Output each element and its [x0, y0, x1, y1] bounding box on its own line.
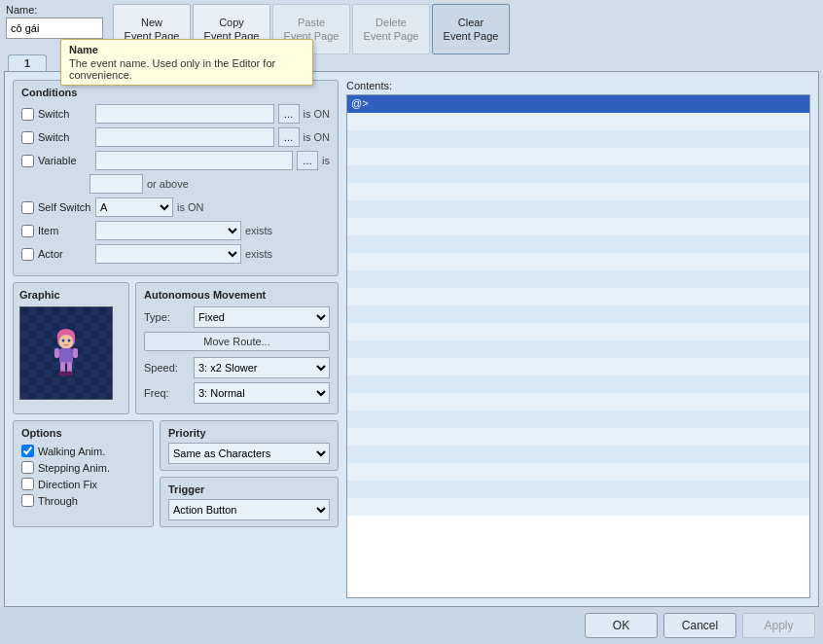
conditions-box: Conditions Switch … is ON Switch … is ON: [13, 80, 339, 276]
type-select[interactable]: Fixed Random Approach Custom: [194, 306, 330, 328]
contents-item-14[interactable]: [347, 340, 809, 358]
ok-button[interactable]: OK: [585, 613, 658, 638]
trigger-select[interactable]: Action Button Player Touch Event Touch A…: [168, 499, 330, 520]
variable-row: Variable … is: [21, 151, 330, 170]
bottom-row: Graphic: [13, 282, 339, 414]
switch1-row: Switch … is ON: [21, 104, 330, 124]
actor-select[interactable]: [95, 244, 241, 264]
self-switch-suffix: is ON: [177, 201, 204, 213]
switch1-input[interactable]: [95, 104, 274, 124]
right-panel: Contents: @>: [346, 80, 810, 598]
contents-item-5[interactable]: [347, 183, 809, 200]
contents-item-2[interactable]: [347, 130, 809, 148]
options-title: Options: [21, 427, 145, 439]
variable-input[interactable]: [95, 151, 293, 170]
stepping-anim-checkbox[interactable]: [21, 461, 34, 474]
walking-anim-checkbox[interactable]: [21, 445, 34, 457]
speed-select[interactable]: 1: x8 Slower 2: x4 Slower 3: x2 Slower 4…: [194, 357, 330, 378]
contents-item-21[interactable]: [347, 463, 809, 481]
direction-fix-checkbox[interactable]: [21, 478, 34, 490]
contents-item-6[interactable]: [347, 200, 809, 218]
tooltip-text: The event name. Used only in the Editor …: [69, 57, 304, 81]
stepping-anim-label: Stepping Anim.: [38, 462, 110, 474]
actor-suffix: exists: [245, 248, 272, 260]
priority-trigger-col: Priority Below Characters Same as Charac…: [160, 420, 339, 527]
left-panel: Conditions Switch … is ON Switch … is ON: [13, 80, 339, 598]
tooltip-title: Name: [69, 44, 304, 55]
contents-item-15[interactable]: [347, 358, 809, 376]
switch2-checkbox[interactable]: [21, 131, 34, 144]
tab-1[interactable]: 1: [8, 54, 47, 71]
priority-select[interactable]: Below Characters Same as Characters Abov…: [168, 443, 330, 464]
contents-item-18[interactable]: [347, 411, 809, 428]
switch2-input[interactable]: [95, 127, 274, 147]
self-switch-label: Self Switch: [38, 201, 91, 213]
contents-item-9[interactable]: [347, 253, 809, 270]
autonomous-title: Autonomous Movement: [144, 289, 330, 301]
contents-item-8[interactable]: [347, 235, 809, 253]
tooltip: Name The event name. Used only in the Ed…: [60, 39, 313, 86]
contents-item-10[interactable]: [347, 270, 809, 288]
content-area: Conditions Switch … is ON Switch … is ON: [4, 71, 819, 607]
contents-item-16[interactable]: [347, 376, 809, 393]
contents-item-19[interactable]: [347, 428, 809, 446]
clear-event-page-button[interactable]: Clear Event Page: [432, 4, 510, 54]
svg-rect-8: [73, 348, 78, 358]
contents-item-22[interactable]: [347, 481, 809, 498]
options-box: Options Walking Anim. Stepping Anim. Dir…: [13, 420, 154, 527]
switch2-row: Switch … is ON: [21, 127, 330, 147]
contents-item-4[interactable]: [347, 165, 809, 183]
self-switch-checkbox[interactable]: [21, 201, 34, 214]
cancel-button[interactable]: Cancel: [663, 613, 736, 638]
variable-checkbox[interactable]: [21, 155, 34, 167]
graphic-preview[interactable]: [19, 306, 113, 400]
contents-item-0[interactable]: @>: [347, 95, 809, 113]
svg-point-4: [62, 340, 65, 342]
move-route-button[interactable]: Move Route...: [144, 332, 330, 351]
contents-item-23[interactable]: [347, 498, 809, 516]
variable-browse-button[interactable]: …: [297, 151, 318, 170]
switch1-checkbox[interactable]: [21, 108, 34, 121]
name-input[interactable]: [6, 18, 103, 39]
item-row: Item exists: [21, 221, 330, 240]
item-checkbox[interactable]: [21, 225, 34, 237]
svg-point-3: [59, 335, 73, 348]
contents-item-11[interactable]: [347, 288, 809, 305]
through-checkbox[interactable]: [21, 494, 34, 507]
or-above-suffix: or above: [147, 178, 189, 190]
contents-label: Contents:: [346, 80, 810, 91]
freq-row: Freq: 1: Lowest 2: Lower 3: Normal 4: Hi…: [144, 382, 330, 404]
through-row: Through: [21, 494, 145, 507]
svg-rect-7: [54, 348, 59, 358]
item-select[interactable]: [95, 221, 241, 240]
contents-item-1[interactable]: [347, 113, 809, 130]
contents-list[interactable]: @>: [346, 94, 810, 598]
switch1-label: Switch: [38, 108, 91, 120]
variable-label: Variable: [38, 155, 91, 166]
bottom-bar: OK Cancel Apply: [0, 607, 823, 644]
freq-select[interactable]: 1: Lowest 2: Lower 3: Normal 4: Higher 5…: [194, 382, 330, 404]
contents-item-20[interactable]: [347, 446, 809, 463]
stepping-anim-row: Stepping Anim.: [21, 461, 145, 474]
or-above-input[interactable]: [89, 174, 143, 194]
priority-box: Priority Below Characters Same as Charac…: [160, 420, 339, 471]
contents-item-17[interactable]: [347, 393, 809, 411]
switch2-browse-button[interactable]: …: [278, 127, 300, 147]
contents-item-3[interactable]: [347, 148, 809, 165]
self-switch-select[interactable]: ABCD: [95, 197, 173, 217]
item-suffix: exists: [245, 225, 272, 236]
graphic-box: Graphic: [13, 282, 129, 414]
direction-fix-row: Direction Fix: [21, 478, 145, 490]
switch1-browse-button[interactable]: …: [278, 104, 300, 124]
type-row: Type: Fixed Random Approach Custom: [144, 306, 330, 328]
speed-label: Speed:: [144, 362, 188, 374]
contents-item-13[interactable]: [347, 323, 809, 340]
toolbar: Name: New Event Page Copy Event Page Pas…: [0, 0, 823, 54]
through-label: Through: [38, 495, 78, 507]
conditions-title: Conditions: [21, 87, 330, 98]
actor-checkbox[interactable]: [21, 248, 34, 261]
delete-event-page-button: Delete Event Page: [352, 4, 430, 54]
contents-item-7[interactable]: [347, 218, 809, 235]
priority-title: Priority: [168, 427, 330, 439]
contents-item-12[interactable]: [347, 305, 809, 323]
